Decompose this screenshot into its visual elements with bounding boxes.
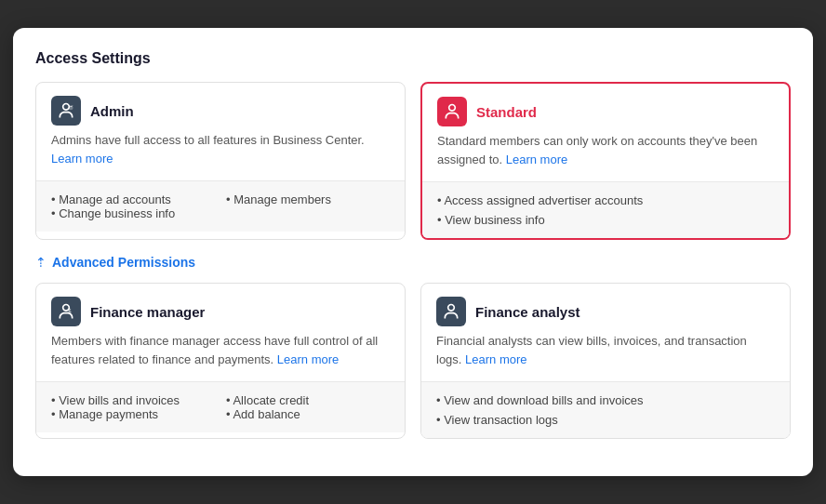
finance-analyst-card[interactable]: Finance analyst Financial analysts can v… <box>420 283 791 439</box>
fm-feature-2: Manage payments <box>51 407 215 421</box>
admin-card[interactable]: Admin Admins have full access to all fea… <box>35 82 406 240</box>
fa-feature-2: View transaction logs <box>436 413 775 427</box>
finance-analyst-card-header: Finance analyst Financial analysts can v… <box>421 284 790 381</box>
advanced-permissions-label[interactable]: Advanced Permissions <box>52 255 195 270</box>
standard-icon-svg <box>443 102 461 121</box>
finance-manager-learn-more-link[interactable]: Learn more <box>277 352 339 366</box>
standard-feature-2: View business info <box>437 213 774 227</box>
svg-text:$: $ <box>68 308 72 314</box>
standard-icon <box>437 97 467 126</box>
top-cards-row: Admin Admins have full access to all fea… <box>35 82 791 240</box>
admin-icon-svg <box>57 101 75 120</box>
admin-feature-3: Change business info <box>51 206 215 220</box>
finance-analyst-card-desc: Financial analysts can view bills, invoi… <box>436 332 775 368</box>
fa-feature-1: View and download bills and invoices <box>436 393 775 407</box>
admin-card-desc: Admins have full access to all features … <box>51 131 390 167</box>
admin-card-features: Manage ad accounts Change business info … <box>36 180 405 232</box>
standard-features-list: Access assigned advertiser accounts View… <box>437 193 774 227</box>
finance-analyst-features-list: View and download bills and invoices Vie… <box>436 393 775 427</box>
chevron-up-icon: ⇡ <box>35 255 47 270</box>
access-settings-modal: Access Settings Admin Admins have f <box>13 28 813 476</box>
fm-feature-1: View bills and invoices <box>51 393 215 407</box>
finance-analyst-learn-more-link[interactable]: Learn more <box>465 352 526 366</box>
finance-manager-features-col1: View bills and invoices Manage payments <box>51 393 215 421</box>
admin-icon <box>51 96 81 126</box>
admin-features-col1: Manage ad accounts Change business info <box>51 192 215 220</box>
finance-analyst-card-name: Finance analyst <box>475 304 580 320</box>
fm-feature-3: Allocate credit <box>226 393 390 407</box>
advanced-permissions-heading: ⇡ Advanced Permissions <box>35 255 791 270</box>
admin-card-header: Admin Admins have full access to all fea… <box>36 83 405 180</box>
standard-card-header: Standard Standard members can only work … <box>422 84 789 181</box>
admin-feature-2: Manage members <box>226 192 390 206</box>
admin-feature-1: Manage ad accounts <box>51 192 215 206</box>
finance-manager-features-col2: Allocate credit Add balance <box>226 393 390 421</box>
finance-analyst-icon-svg <box>442 302 460 321</box>
bottom-cards-row: $ Finance manager Members with finance m… <box>35 283 791 439</box>
standard-card-features: Access assigned advertiser accounts View… <box>422 181 789 238</box>
finance-manager-card-desc: Members with finance manager access have… <box>51 332 390 368</box>
modal-title: Access Settings <box>35 50 791 67</box>
finance-analyst-title-row: Finance analyst <box>436 297 775 326</box>
standard-card-desc: Standard members can only work on accoun… <box>437 132 774 168</box>
standard-card-name: Standard <box>476 104 537 120</box>
admin-features-col2: Manage members <box>226 192 390 220</box>
standard-card[interactable]: Standard Standard members can only work … <box>420 82 791 240</box>
finance-manager-icon: $ <box>51 297 81 326</box>
standard-learn-more-link[interactable]: Learn more <box>506 153 567 166</box>
admin-features-cols: Manage ad accounts Change business info … <box>51 192 390 220</box>
admin-card-name: Admin <box>90 103 134 119</box>
finance-manager-card[interactable]: $ Finance manager Members with finance m… <box>35 283 406 439</box>
finance-manager-title-row: $ Finance manager <box>51 297 390 326</box>
finance-manager-card-header: $ Finance manager Members with finance m… <box>36 284 405 381</box>
finance-manager-card-features: View bills and invoices Manage payments … <box>36 381 405 432</box>
finance-manager-card-name: Finance manager <box>90 304 205 320</box>
fm-feature-4: Add balance <box>226 407 390 421</box>
standard-feature-1: Access assigned advertiser accounts <box>437 193 774 207</box>
admin-learn-more-link[interactable]: Learn more <box>51 152 113 166</box>
admin-title-row: Admin <box>51 96 390 126</box>
finance-analyst-icon <box>436 297 466 326</box>
finance-manager-features-cols: View bills and invoices Manage payments … <box>51 393 390 421</box>
standard-title-row: Standard <box>437 97 774 126</box>
finance-analyst-card-features: View and download bills and invoices Vie… <box>421 381 790 438</box>
finance-manager-icon-svg: $ <box>57 302 75 321</box>
